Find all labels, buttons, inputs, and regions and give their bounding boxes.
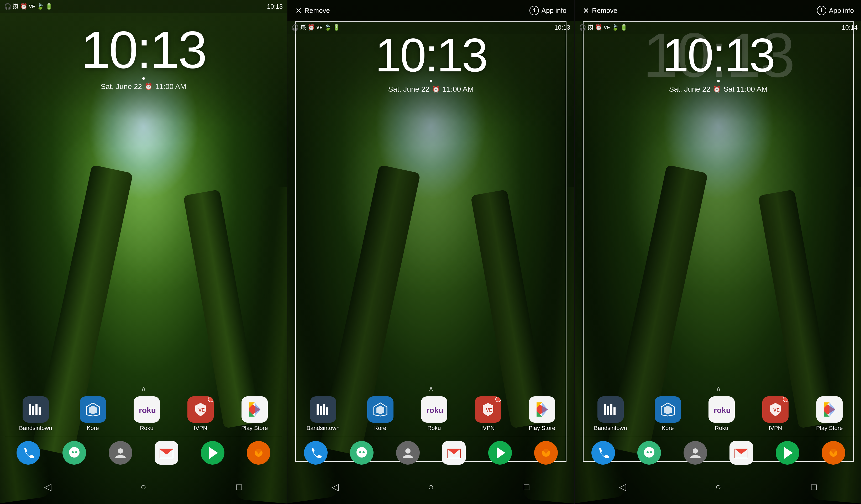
- ve-icon-2: VE: [316, 25, 323, 30]
- app-playstore-3[interactable]: Play Store: [816, 396, 843, 432]
- dock-gmail-3[interactable]: [729, 441, 753, 465]
- back-button-1[interactable]: ◁: [37, 476, 58, 498]
- ivpn-icon-2: VE: [475, 396, 501, 423]
- svg-marker-45: [664, 406, 672, 414]
- dock-sep-2: [293, 437, 569, 437]
- dock-podcast-1[interactable]: [201, 441, 224, 465]
- dock-hangouts-3[interactable]: [637, 441, 661, 465]
- kore-icon-2: [367, 396, 394, 423]
- close-icon-2: ✕: [295, 6, 302, 15]
- clock-date-1: Sat, June 22 ⏰ 11:00 AM: [101, 82, 186, 91]
- dock-podcast-3[interactable]: [776, 441, 799, 465]
- home-button-2[interactable]: ○: [420, 476, 441, 498]
- app-playstore-1[interactable]: Play Store: [241, 396, 268, 432]
- roku-icon-3: roku: [709, 396, 735, 423]
- ivpn-badge-1: [208, 396, 214, 402]
- bandsintown-icon-2: [310, 396, 336, 423]
- phone-screen-1: 🎧 🖼 ⏰ VE 🍃 🔋 10:13 10:13 Sat, June 22 ⏰ …: [0, 0, 287, 504]
- headset-icon: 🎧: [4, 3, 11, 10]
- roku-label-2: Roku: [427, 425, 441, 432]
- home-button-1[interactable]: ○: [133, 476, 154, 498]
- ve-icon-3: VE: [604, 25, 610, 30]
- remove-button-2[interactable]: ✕ Remove: [295, 6, 330, 15]
- close-icon-3: ✕: [583, 6, 589, 15]
- back-button-3[interactable]: ◁: [612, 476, 633, 498]
- app-roku-1[interactable]: roku Roku: [134, 396, 160, 432]
- status-icons-right-2: 10:13: [555, 24, 570, 31]
- app-ivpn-2[interactable]: VE IVPN: [475, 396, 501, 432]
- recents-button-1[interactable]: □: [229, 476, 250, 498]
- app-bandsintown-1[interactable]: Bandsintown: [19, 396, 52, 432]
- home-button-3[interactable]: ○: [708, 476, 729, 498]
- svg-point-15: [118, 448, 123, 454]
- app-kore-1[interactable]: Kore: [80, 396, 106, 432]
- clock-icon-2: ⏰: [308, 24, 315, 31]
- dock-phone-2[interactable]: [304, 441, 328, 465]
- dock-podcast-2[interactable]: [488, 441, 512, 465]
- app-roku-3[interactable]: roku Roku: [709, 396, 735, 432]
- svg-point-35: [405, 448, 411, 454]
- recents-button-2[interactable]: □: [516, 476, 537, 498]
- battery-icon-2: 🔋: [333, 24, 340, 31]
- up-arrow-2: ∧: [287, 384, 574, 393]
- app-bandsintown-3[interactable]: Bandsintown: [594, 396, 627, 432]
- dock-hangouts-1[interactable]: [63, 441, 86, 465]
- back-button-2[interactable]: ◁: [325, 476, 346, 498]
- alarm-icon-1: ⏰: [145, 83, 152, 90]
- svg-rect-40: [604, 404, 606, 415]
- app-bandsintown-2[interactable]: Bandsintown: [306, 396, 340, 432]
- up-arrow-icon-2: ∧: [428, 384, 434, 393]
- alarm-icon-2: ⏰: [432, 85, 440, 93]
- dock-firefox-2[interactable]: [534, 441, 558, 465]
- dock-phone-3[interactable]: [591, 441, 615, 465]
- svg-rect-43: [614, 407, 616, 415]
- appinfo-button-2[interactable]: ℹ App info: [530, 6, 566, 15]
- svg-point-14: [75, 451, 77, 453]
- bandsintown-label-1: Bandsintown: [19, 425, 52, 432]
- svg-point-33: [359, 451, 361, 453]
- status-bar-1: 🎧 🖼 ⏰ VE 🍃 🔋 10:13: [0, 0, 287, 13]
- svg-rect-0: [29, 404, 31, 415]
- app-ivpn-3[interactable]: VE IVPN: [762, 396, 789, 432]
- dock-phone-1[interactable]: [16, 441, 40, 465]
- clock-date-2: Sat, June 22 ⏰ 11:00 AM: [388, 85, 474, 93]
- bandsintown-label-3: Bandsintown: [594, 425, 627, 432]
- svg-point-54: [650, 451, 652, 453]
- svg-point-13: [72, 451, 74, 453]
- dock-gmail-1[interactable]: [155, 441, 178, 465]
- app-kore-3[interactable]: Kore: [655, 396, 681, 432]
- recents-button-3[interactable]: □: [804, 476, 824, 498]
- dock-gravatar-1[interactable]: [109, 441, 132, 465]
- clock-time-2: 10:13: [375, 31, 487, 79]
- appinfo-button-3[interactable]: ℹ App info: [817, 6, 854, 15]
- dock-firefox-3[interactable]: [822, 441, 845, 465]
- dock-gravatar-3[interactable]: [684, 441, 707, 465]
- remove-button-3[interactable]: ✕ Remove: [583, 6, 617, 15]
- playstore-label-1: Play Store: [241, 425, 268, 432]
- firefox-dock-icon-3: [822, 441, 845, 465]
- phone-screen-3: ✕ Remove ℹ App info 🎧 🖼 ⏰ VE 🍃 🔋 10:14 1…: [575, 0, 861, 504]
- dock-bottom-row-2: [287, 441, 574, 465]
- clock-date-3: Sat, June 22 ⏰ Sat 11:00 AM: [669, 85, 767, 93]
- phone-screen-2: ✕ Remove ℹ App info 🎧 🖼 ⏰ VE 🍃 🔋 10:13 1…: [287, 0, 574, 504]
- app-kore-2[interactable]: Kore: [367, 396, 394, 432]
- up-arrow-icon-3: ∧: [715, 384, 721, 393]
- svg-text:roku: roku: [426, 406, 443, 414]
- firefox-dock-icon-2: [534, 441, 558, 465]
- app-roku-2[interactable]: roku Roku: [421, 396, 447, 432]
- dock-gravatar-2[interactable]: [396, 441, 420, 465]
- headset-icon-2: 🎧: [292, 24, 299, 31]
- dock-gmail-2[interactable]: [442, 441, 466, 465]
- app-playstore-2[interactable]: Play Store: [529, 396, 556, 432]
- roku-icon-2: roku: [421, 396, 447, 423]
- app-ivpn-1[interactable]: VE IVPN: [188, 396, 214, 432]
- clock-time-1: 10:13: [81, 24, 206, 76]
- clock-date-text-2: Sat, June 22: [388, 85, 429, 93]
- hangouts-dock-icon-2: [350, 441, 373, 465]
- nav-bar-1: ◁ ○ □: [0, 470, 287, 504]
- gmail-dock-icon-2: [442, 441, 466, 465]
- ivpn-badge-2: [495, 396, 501, 402]
- dock-firefox-1[interactable]: [247, 441, 270, 465]
- dock-hangouts-2[interactable]: [350, 441, 373, 465]
- status-icons-left-2: 🎧 🖼 ⏰ VE 🍃 🔋: [292, 24, 340, 31]
